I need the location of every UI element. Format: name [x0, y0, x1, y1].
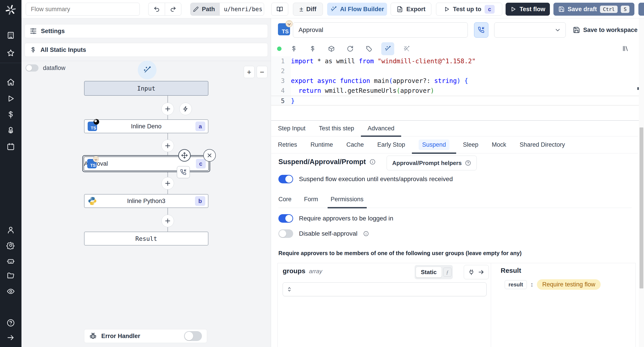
tab-sleep[interactable]: Sleep	[456, 136, 485, 153]
flow-summary-input[interactable]	[26, 3, 140, 16]
add-step-button-2[interactable]	[162, 140, 174, 152]
save-to-workspace-button[interactable]: Save to workspace	[573, 22, 638, 38]
add-step-button-1[interactable]	[162, 102, 174, 115]
groups-value-input[interactable]	[283, 282, 486, 296]
input-node-label: Input	[84, 85, 208, 92]
add-step-button-4[interactable]	[162, 215, 174, 227]
tab-suspend[interactable]: Suspend	[412, 136, 456, 153]
delete-step-button[interactable]	[203, 149, 216, 162]
docs-button[interactable]	[271, 3, 288, 16]
step-name-input[interactable]	[293, 22, 468, 38]
suspend-execution-toggle[interactable]	[278, 175, 293, 183]
resources-cubes-icon[interactable]	[6, 126, 15, 135]
tab-mock[interactable]: Mock	[485, 136, 513, 153]
script-tag-select[interactable]	[494, 22, 566, 38]
zoom-out-button[interactable]: −	[257, 66, 268, 78]
subtab-form[interactable]: Form	[298, 191, 324, 208]
path-button[interactable]: Path u/henri/bes	[190, 3, 264, 16]
variables-dollar-button[interactable]	[306, 42, 319, 55]
workers-robot-icon[interactable]	[6, 257, 15, 265]
flow-node-approval[interactable]: TS Approval c	[84, 156, 209, 171]
flow-node-inline-python[interactable]: Inline Python3 b	[84, 194, 208, 208]
result-colon: :	[531, 281, 533, 288]
phone-incoming-icon	[180, 169, 187, 176]
folders-icon[interactable]	[6, 272, 15, 280]
export-button[interactable]: Export	[391, 3, 431, 16]
connect-input-buttons[interactable]	[464, 265, 489, 279]
test-flow-button[interactable]: Test flow	[506, 3, 550, 16]
audit-eye-icon[interactable]	[6, 287, 15, 296]
flow-settings-row[interactable]: Settings	[24, 24, 268, 38]
package-icon	[328, 46, 335, 52]
add-step-button-3[interactable]	[162, 177, 174, 190]
flow-node-input[interactable]: Input	[84, 81, 208, 96]
undo-button[interactable]	[148, 3, 165, 16]
favorites-star-icon[interactable]	[6, 49, 15, 57]
approval-prompt-helpers-button[interactable]: Approval/Prompt helpers	[386, 156, 477, 170]
scrollbar-thumb[interactable]	[640, 128, 643, 288]
tab-advanced[interactable]: Advanced	[361, 121, 401, 136]
code-line[interactable]: 2	[271, 66, 644, 76]
book-open-icon	[276, 6, 283, 12]
runs-play-icon[interactable]	[6, 94, 15, 103]
javascript-mode-button[interactable]: ƒ	[444, 268, 452, 276]
package-button[interactable]	[325, 42, 338, 55]
deploy-button-partial[interactable]	[638, 3, 644, 16]
schedules-calendar-icon[interactable]	[6, 142, 15, 151]
static-mode-button[interactable]: Static	[416, 267, 442, 278]
subtab-permissions[interactable]: Permissions	[324, 191, 370, 208]
suspend-phone-button[interactable]	[474, 22, 488, 38]
settings-gear-icon[interactable]	[6, 241, 15, 250]
test-up-to-button[interactable]: Test up to c	[436, 3, 502, 16]
zoom-in-button[interactable]: +	[244, 66, 254, 78]
all-static-inputs-row[interactable]: All Static Inputs	[24, 43, 268, 57]
tab-step-input[interactable]: Step Input	[271, 121, 312, 136]
tab-shared-directory[interactable]: Shared Directory	[513, 136, 572, 153]
step-editor-panel: TS Save to workspace	[271, 18, 644, 347]
approval-step-badge: c	[196, 159, 206, 168]
code-line[interactable]: 5}	[271, 96, 644, 106]
code-line[interactable]: 3export async function main(approver?: s…	[271, 76, 644, 86]
error-handler-row[interactable]: Error Handler	[84, 329, 207, 343]
dataflow-toggle[interactable]	[26, 64, 38, 72]
save-draft-button[interactable]: Save draft Ctrl S	[554, 3, 634, 16]
windmill-logo-icon[interactable]	[5, 4, 16, 16]
flow-node-inline-deno[interactable]: TS Inline Deno a	[84, 120, 208, 133]
code-line[interactable]: 4 return wmill.getResumeUrls(approver)	[271, 86, 644, 96]
tab-retries[interactable]: Retries	[271, 136, 304, 153]
expand-sidebar-arrow-icon[interactable]	[6, 333, 15, 342]
chevron-down-icon	[554, 26, 561, 33]
home-icon[interactable]	[6, 78, 15, 86]
subtab-core[interactable]: Core	[278, 191, 298, 208]
tab-early-stop[interactable]: Early Stop	[370, 136, 412, 153]
error-handler-toggle[interactable]	[184, 331, 202, 341]
code-line[interactable]: 1import * as wmill from "windmill-client…	[271, 56, 644, 66]
script-library-icon[interactable]	[619, 42, 632, 55]
result-key-chip[interactable]: result	[505, 280, 527, 289]
move-step-handle[interactable]	[178, 149, 191, 162]
graph-ai-button[interactable]	[138, 60, 156, 79]
tag-button[interactable]	[362, 42, 376, 55]
disable-self-approval-toggle[interactable]	[278, 230, 293, 238]
tab-cache[interactable]: Cache	[340, 136, 370, 153]
ai-flow-builder-button[interactable]: AI Flow Builder	[327, 3, 387, 16]
variables-dollar-icon[interactable]	[6, 110, 15, 119]
assistant-dollar-button[interactable]	[287, 42, 300, 55]
python-step-badge: b	[195, 196, 205, 206]
require-login-toggle[interactable]	[278, 214, 293, 223]
workspace-icon[interactable]	[6, 31, 15, 40]
tab-runtime[interactable]: Runtime	[304, 136, 340, 153]
diff-button[interactable]: ± Diff	[293, 3, 323, 16]
users-person-icon[interactable]	[6, 226, 15, 234]
help-icon[interactable]	[6, 318, 15, 327]
tab-test-this-step[interactable]: Test this step	[312, 121, 361, 136]
flow-node-result[interactable]: Result	[84, 232, 208, 246]
ai-gen-button[interactable]	[381, 42, 394, 55]
code-editor[interactable]: 1import * as wmill from "windmill-client…	[271, 56, 644, 120]
ai-fix-button[interactable]	[400, 42, 413, 55]
reload-button[interactable]	[344, 42, 357, 55]
add-trigger-button[interactable]	[179, 102, 192, 115]
redo-button[interactable]	[165, 3, 181, 16]
approval-suspend-indicator[interactable]	[177, 166, 190, 178]
redo-icon	[170, 6, 176, 12]
